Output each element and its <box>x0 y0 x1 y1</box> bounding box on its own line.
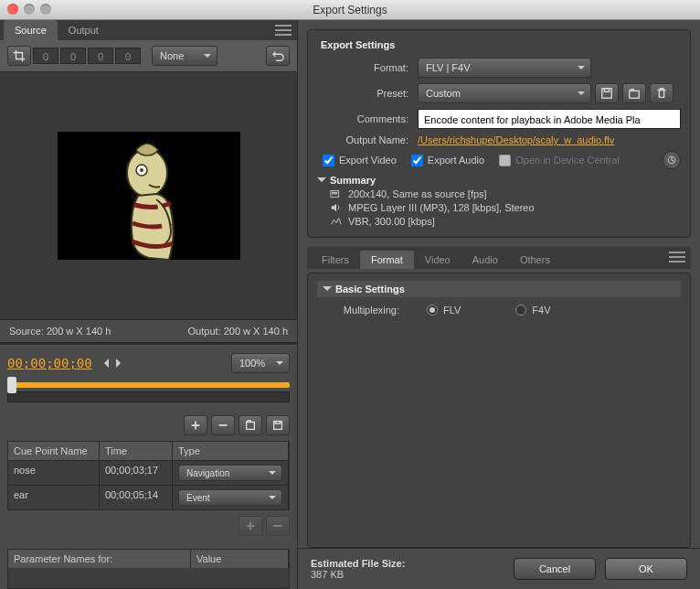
basic-disclosure-icon[interactable] <box>323 286 332 295</box>
subtab-others[interactable]: Others <box>509 251 561 269</box>
right-panel: Export Settings Format: FLV | F4V Preset… <box>298 20 700 589</box>
svg-rect-13 <box>335 192 337 194</box>
multiplexing-label: Multiplexing: <box>317 305 408 316</box>
cancel-button[interactable]: Cancel <box>514 558 596 580</box>
output-name-label: Output Name: <box>317 134 418 145</box>
dimensions-row: Source: 200 w X 140 h Output: 200 w X 14… <box>0 319 297 342</box>
settings-subtabs: Filters Format Video Audio Others <box>307 247 691 269</box>
add-param-button <box>239 516 262 536</box>
svg-point-3 <box>140 168 143 172</box>
footer: Estimated File Size: 387 KB Cancel OK <box>298 548 700 589</box>
left-tabbar: Source Output <box>0 20 297 40</box>
window-zoom[interactable] <box>40 4 51 15</box>
output-name-link[interactable]: /Users/richshupe/Desktop/scaly_w_audio.f… <box>418 134 614 145</box>
timecode[interactable]: 00;00;00;00 <box>7 356 92 370</box>
audio-icon <box>330 202 343 213</box>
preview-area <box>0 72 297 319</box>
table-row[interactable]: nose 00;00;03;17 Navigation <box>8 460 289 485</box>
bitrate-icon <box>330 216 343 227</box>
timeline: 00;00;00;00 100% <box>0 346 297 410</box>
svg-rect-12 <box>333 192 334 194</box>
playhead[interactable] <box>7 377 16 393</box>
save-preset-button[interactable] <box>595 83 619 103</box>
cue-header-time[interactable]: Time <box>100 442 173 460</box>
preview-image[interactable] <box>58 132 240 260</box>
zoom-select[interactable]: 100% <box>231 353 290 373</box>
preset-label: Preset: <box>317 88 418 99</box>
export-settings-title: Export Settings <box>321 39 681 50</box>
cue-header-name[interactable]: Cue Point Name <box>8 442 100 460</box>
step-back-icon[interactable] <box>100 359 109 368</box>
table-row[interactable]: ear 00;00;05;14 Event <box>8 485 289 509</box>
remove-cue-button[interactable] <box>211 415 235 435</box>
window-close[interactable] <box>7 4 18 15</box>
format-label: Format: <box>317 62 418 73</box>
param-header-name[interactable]: Parameter Names for: <box>8 550 191 568</box>
delete-preset-button[interactable] <box>650 83 673 103</box>
panel-menu-icon[interactable] <box>275 24 292 37</box>
svg-rect-8 <box>604 89 609 92</box>
source-dims: Source: 200 w X 140 h <box>9 326 111 337</box>
export-video-checkbox[interactable]: Export Video <box>323 155 397 166</box>
radio-f4v[interactable]: F4V <box>515 305 550 316</box>
svg-rect-4 <box>247 423 255 430</box>
summary-video: 200x140, Same as source [fps] <box>348 188 487 199</box>
export-settings-panel: Export Settings Format: FLV | F4V Preset… <box>307 29 691 238</box>
summary-label: Summary <box>330 175 376 186</box>
subtab-video[interactable]: Video <box>414 251 461 269</box>
cue-table: Cue Point Name Time Type nose 00;00;03;1… <box>7 441 290 510</box>
crop-icon[interactable] <box>7 46 31 66</box>
summary-bitrate: VBR, 300.00 [kbps] <box>348 216 435 227</box>
subtab-audio[interactable]: Audio <box>461 251 509 269</box>
window-title: Export Settings <box>0 0 700 20</box>
subtab-menu-icon[interactable] <box>669 251 685 263</box>
subtab-filters[interactable]: Filters <box>311 251 360 269</box>
crop-constrain-select[interactable]: None <box>152 46 217 66</box>
tab-source[interactable]: Source <box>4 20 58 40</box>
open-device-central-checkbox: Open in Device Central <box>499 155 620 166</box>
undo-crop-icon[interactable] <box>266 46 290 66</box>
param-header-value[interactable]: Value <box>191 550 289 568</box>
basic-settings-panel: Basic Settings Multiplexing: FLV F4V <box>307 273 691 548</box>
tab-output[interactable]: Output <box>58 20 110 40</box>
video-icon <box>330 188 343 199</box>
cue-type-select[interactable]: Navigation <box>178 465 282 481</box>
step-forward-icon[interactable] <box>116 359 207 368</box>
comments-input[interactable]: Encode content for playback in Adobe Med… <box>418 109 681 129</box>
left-panel: Source Output 0 0 0 0 None <box>0 20 298 589</box>
import-preset-button[interactable] <box>622 83 646 103</box>
window-minimize[interactable] <box>24 4 35 15</box>
export-cues-button[interactable] <box>266 415 290 435</box>
svg-rect-6 <box>275 422 280 424</box>
subtab-format[interactable]: Format <box>360 251 414 269</box>
summary-disclosure-icon[interactable] <box>317 177 326 187</box>
estimated-size-label: Estimated File Size: <box>311 558 514 569</box>
param-table: Parameter Names for: Value <box>7 549 290 589</box>
radio-flv[interactable]: FLV <box>427 305 461 316</box>
export-audio-checkbox[interactable]: Export Audio <box>411 155 484 166</box>
device-central-icon[interactable] <box>663 151 681 169</box>
cue-type-select[interactable]: Event <box>178 489 282 506</box>
remove-param-button <box>266 516 290 536</box>
ok-button[interactable]: OK <box>605 558 687 580</box>
import-cues-button[interactable] <box>239 415 262 435</box>
cue-header-type[interactable]: Type <box>173 442 289 460</box>
svg-rect-9 <box>630 91 640 98</box>
crop-toolbar: 0 0 0 0 None <box>0 40 297 72</box>
basic-settings-title: Basic Settings <box>335 284 405 294</box>
crop-top[interactable]: 0 <box>60 48 86 64</box>
timeline-track[interactable] <box>7 382 290 388</box>
add-cue-button[interactable] <box>184 415 207 435</box>
comments-label: Comments: <box>317 113 418 124</box>
titlebar: Export Settings <box>0 0 700 20</box>
timeline-ruler <box>7 391 290 402</box>
estimated-size-value: 387 KB <box>311 569 514 580</box>
preset-select[interactable]: Custom <box>418 83 591 103</box>
summary-audio: MPEG Layer III (MP3), 128 [kbps], Stereo <box>348 202 535 213</box>
svg-rect-7 <box>602 89 612 99</box>
format-select[interactable]: FLV | F4V <box>418 58 591 78</box>
crop-bottom[interactable]: 0 <box>115 48 141 64</box>
output-dims: Output: 200 w X 140 h <box>188 326 288 337</box>
crop-left[interactable]: 0 <box>33 48 58 64</box>
crop-right[interactable]: 0 <box>88 48 113 64</box>
